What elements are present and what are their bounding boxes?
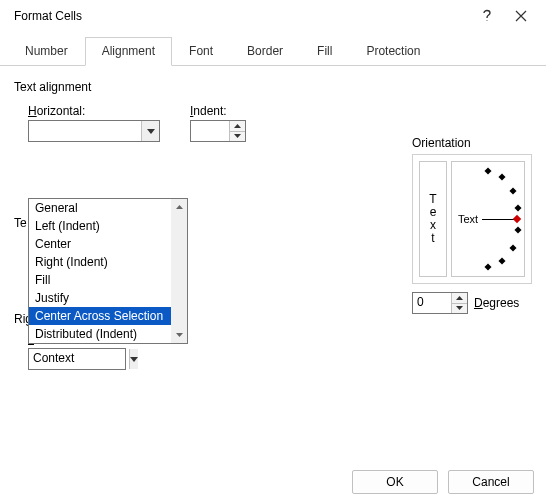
chevron-down-icon[interactable] <box>129 349 138 369</box>
dial-text-label: Text <box>458 213 478 225</box>
degrees-value: 0 <box>413 293 451 313</box>
tab-font[interactable]: Font <box>172 37 230 66</box>
dial-tick <box>484 263 491 270</box>
tab-alignment[interactable]: Alignment <box>85 37 172 66</box>
tab-number[interactable]: Number <box>8 37 85 66</box>
option-justify[interactable]: Justify <box>29 289 187 307</box>
dropdown-scrollbar[interactable] <box>171 199 187 343</box>
dial-tick <box>510 187 517 194</box>
dial-tick <box>515 227 522 234</box>
chevron-down-icon[interactable] <box>141 121 159 141</box>
horizontal-combo[interactable] <box>28 120 160 142</box>
dialog-footer: OK Cancel <box>352 470 534 494</box>
option-center-across-selection[interactable]: Center Across Selection <box>29 307 187 325</box>
orientation-dial[interactable]: Text <box>451 161 525 277</box>
indent-value <box>191 121 229 141</box>
dial-tick <box>499 258 506 265</box>
cancel-button[interactable]: Cancel <box>448 470 534 494</box>
spinner-down-icon[interactable] <box>452 304 467 314</box>
tab-border[interactable]: Border <box>230 37 300 66</box>
option-left-indent[interactable]: Left (Indent) <box>29 217 187 235</box>
horizontal-dropdown-list[interactable]: General Left (Indent) Center Right (Inde… <box>28 198 188 344</box>
text-alignment-group-label: Text alignment <box>14 80 532 94</box>
vtext-char: x <box>430 220 436 231</box>
horizontal-combo-value <box>29 121 141 141</box>
ok-button[interactable]: OK <box>352 470 438 494</box>
vertical-text-button[interactable]: T e x t <box>419 161 447 277</box>
option-general[interactable]: General <box>29 199 187 217</box>
orientation-group-label: Orientation <box>412 136 532 150</box>
dial-tick <box>484 168 491 175</box>
indent-label: Indent: <box>190 104 246 118</box>
text-direction-combo[interactable]: Context <box>28 348 126 370</box>
vtext-char: e <box>430 207 437 218</box>
indent-spinner[interactable] <box>190 120 246 142</box>
option-center[interactable]: Center <box>29 235 187 253</box>
degrees-spinner[interactable]: 0 <box>412 292 468 314</box>
titlebar: Format Cells <box>0 0 546 32</box>
degrees-label: Degrees <box>474 296 519 310</box>
tab-strip: Number Alignment Font Border Fill Protec… <box>0 36 546 66</box>
dial-tick <box>515 204 522 211</box>
dial-tick <box>499 173 506 180</box>
scroll-down-icon[interactable] <box>171 327 187 343</box>
spinner-up-icon[interactable] <box>452 293 467 304</box>
spinner-down-icon[interactable] <box>230 132 245 142</box>
dialog-body: Text alignment Horizontal: Indent: <box>0 66 546 370</box>
text-direction-value: Context <box>29 349 129 369</box>
vtext-char: t <box>431 233 434 244</box>
dial-indicator <box>513 215 521 223</box>
close-button[interactable] <box>504 2 538 30</box>
window-title: Format Cells <box>8 9 470 23</box>
dial-tick <box>510 244 517 251</box>
vtext-char: T <box>429 194 436 205</box>
horizontal-label: Horizontal: <box>28 104 160 118</box>
orientation-group: Orientation T e x t Text <box>412 136 532 314</box>
help-button[interactable] <box>470 2 504 30</box>
tab-protection[interactable]: Protection <box>349 37 437 66</box>
option-fill[interactable]: Fill <box>29 271 187 289</box>
scroll-up-icon[interactable] <box>171 199 187 215</box>
option-distributed-indent[interactable]: Distributed (Indent) <box>29 325 187 343</box>
spinner-up-icon[interactable] <box>230 121 245 132</box>
option-right-indent[interactable]: Right (Indent) <box>29 253 187 271</box>
tab-fill[interactable]: Fill <box>300 37 349 66</box>
